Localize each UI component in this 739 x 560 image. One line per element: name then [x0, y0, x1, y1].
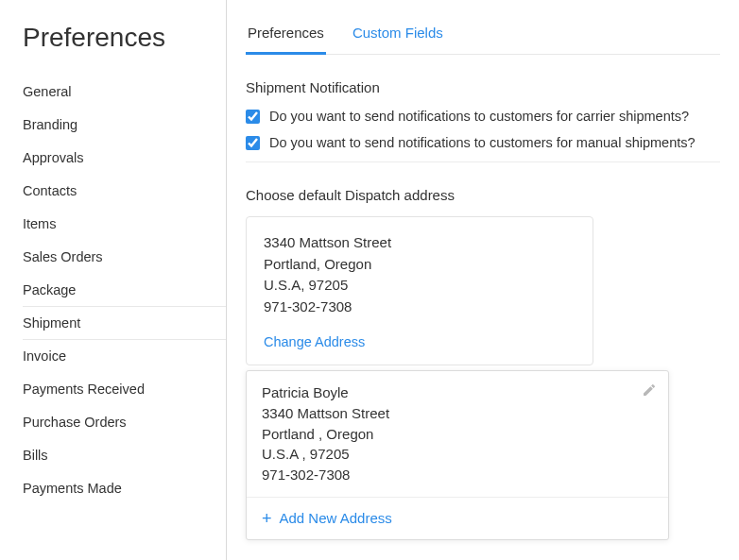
address-line: U.S.A , 97205 [262, 444, 653, 465]
carrier-notification-checkbox[interactable] [246, 110, 260, 124]
address-line: 971-302-7308 [264, 297, 576, 318]
add-new-address-label: Add New Address [280, 510, 392, 526]
sidebar-item-label: Shipment [23, 315, 80, 331]
address-option[interactable]: Patricia Boyle 3340 Mattson Street Portl… [247, 371, 668, 498]
sidebar-item-invoice[interactable]: Invoice [23, 340, 226, 373]
sidebar-item-shipment[interactable]: Shipment [23, 307, 226, 340]
sidebar-item-contacts[interactable]: Contacts [23, 175, 226, 208]
preferences-sidebar: Preferences General Branding Approvals C… [0, 0, 227, 560]
main-content: Preferences Custom Fields Shipment Notif… [227, 0, 739, 560]
sidebar-item-label: Branding [23, 117, 77, 132]
sidebar-item-label: Items [23, 216, 56, 231]
sidebar-item-label: Bills [23, 448, 48, 463]
sidebar-item-bills[interactable]: Bills [23, 439, 226, 472]
default-dispatch-address-card: 3340 Mattson Street Portland, Oregon U.S… [246, 216, 593, 365]
sidebar-item-package[interactable]: Package [23, 274, 226, 307]
sidebar-item-label: General [23, 84, 72, 99]
address-line: 3340 Mattson Street [264, 232, 576, 254]
address-line: U.S.A, 97205 [264, 275, 576, 297]
edit-icon[interactable] [642, 382, 657, 398]
sidebar-item-label: Package [23, 282, 76, 297]
sidebar-item-label: Approvals [23, 150, 83, 165]
divider [246, 161, 720, 162]
sidebar-item-label: Contacts [23, 183, 77, 198]
tab-bar: Preferences Custom Fields [246, 19, 720, 55]
carrier-notification-row[interactable]: Do you want to send notifications to cus… [246, 109, 720, 124]
change-address-link[interactable]: Change Address [264, 334, 365, 349]
tab-custom-fields[interactable]: Custom Fields [351, 19, 445, 55]
tab-label: Preferences [248, 25, 324, 41]
shipment-notification-title: Shipment Notification [246, 79, 720, 95]
address-name: Patricia Boyle [262, 382, 653, 403]
tab-label: Custom Fields [352, 25, 443, 41]
sidebar-item-label: Purchase Orders [23, 415, 127, 430]
address-line: Portland , Oregon [262, 424, 653, 445]
carrier-notification-label: Do you want to send notifications to cus… [269, 109, 689, 124]
manual-notification-row[interactable]: Do you want to send notifications to cus… [246, 135, 720, 150]
sidebar-item-branding[interactable]: Branding [23, 109, 226, 142]
dispatch-address-title: Choose default Dispatch address [246, 187, 720, 203]
manual-notification-checkbox[interactable] [246, 136, 260, 150]
address-line: 3340 Mattson Street [262, 403, 653, 424]
sidebar-item-label: Sales Orders [23, 249, 103, 264]
sidebar-item-payments-received[interactable]: Payments Received [23, 373, 226, 406]
address-dropdown: Patricia Boyle 3340 Mattson Street Portl… [246, 370, 669, 540]
sidebar-item-label: Payments Received [23, 382, 145, 397]
page-title: Preferences [23, 23, 226, 66]
sidebar-item-general[interactable]: General [23, 76, 226, 109]
sidebar-item-payments-made[interactable]: Payments Made [23, 472, 226, 505]
manual-notification-label: Do you want to send notifications to cus… [269, 135, 696, 150]
sidebar-item-label: Payments Made [23, 481, 122, 496]
sidebar-item-purchase-orders[interactable]: Purchase Orders [23, 406, 226, 439]
add-new-address-button[interactable]: + Add New Address [247, 498, 668, 539]
plus-icon: + [262, 510, 272, 527]
sidebar-item-items[interactable]: Items [23, 208, 226, 241]
address-line: 971-302-7308 [262, 465, 653, 485]
sidebar-item-label: Invoice [23, 348, 66, 364]
address-line: Portland, Oregon [264, 254, 576, 276]
sidebar-item-approvals[interactable]: Approvals [23, 142, 226, 175]
sidebar-item-sales-orders[interactable]: Sales Orders [23, 241, 226, 274]
tab-preferences[interactable]: Preferences [246, 19, 326, 55]
